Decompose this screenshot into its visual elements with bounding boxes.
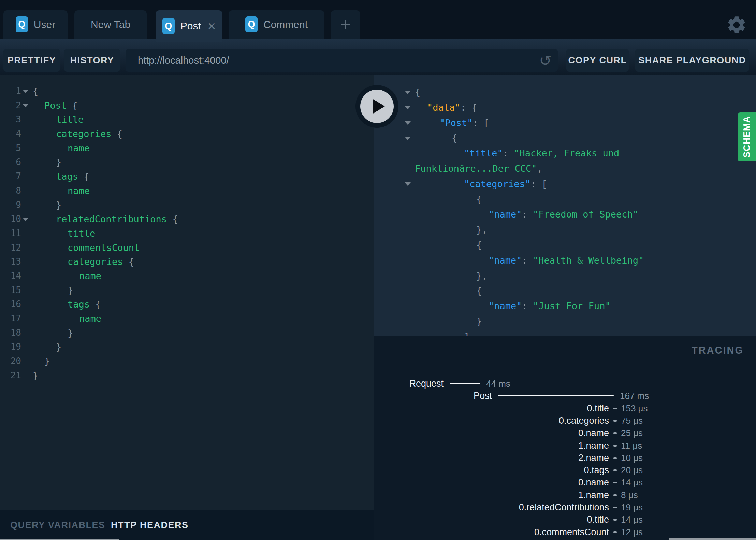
tracing-row-label: 0.relatedContributions	[519, 501, 609, 513]
share-playground-button[interactable]: SHARE PLAYGROUND	[635, 49, 749, 72]
query-badge: Q	[162, 18, 175, 34]
tab-post[interactable]: QPost×	[156, 10, 222, 42]
query-line: 12commentsCount	[0, 241, 374, 255]
query-line: 15}	[0, 283, 374, 298]
tab-comment[interactable]: QComment	[229, 10, 324, 39]
line-number: 12	[0, 241, 21, 255]
query-line: 1{	[0, 84, 374, 99]
query-line-text: commentsCount	[68, 241, 140, 255]
response-line-text: "name": "Health & Wellbeing"	[489, 253, 644, 268]
query-line-text: }	[56, 155, 61, 169]
response-line: "name": "Health & Wellbeing"	[374, 253, 756, 268]
line-number: 21	[0, 369, 21, 383]
response-line: ]	[374, 329, 756, 336]
copy-curl-button[interactable]: COPY CURL	[566, 49, 629, 72]
query-badge: Q	[16, 16, 28, 32]
query-line-text: }	[68, 326, 73, 340]
fold-arrow-icon[interactable]	[23, 90, 29, 93]
tracing-row: 0.title14 μs	[374, 513, 756, 526]
query-line: 17name	[0, 312, 374, 326]
response-line-text: {	[476, 283, 482, 299]
query-line-text: }	[44, 354, 50, 369]
tab-http-headers[interactable]: HTTP HEADERS	[111, 510, 189, 540]
close-tab-icon[interactable]: ×	[208, 21, 216, 31]
query-line-text: tags {	[68, 297, 101, 312]
query-line: 11title	[0, 226, 374, 241]
fold-arrow-icon[interactable]	[405, 91, 411, 94]
response-line: "categories": [	[374, 177, 756, 192]
tab-query-variables[interactable]: QUERY VARIABLES	[10, 510, 105, 540]
tab-new-tab[interactable]: New Tab	[74, 10, 147, 39]
response-line: "name": "Freedom of Speech"	[374, 207, 756, 222]
reload-schema-icon[interactable]: ↺	[539, 49, 552, 72]
fold-arrow-icon[interactable]	[405, 182, 411, 186]
query-line: 13categories {	[0, 255, 374, 269]
query-line: 21}	[0, 369, 374, 383]
query-line-text: categories {	[68, 255, 134, 269]
line-number: 7	[0, 169, 21, 184]
line-number: 8	[0, 184, 21, 198]
tracing-row-value: 167 ms	[620, 390, 649, 402]
tracing-row-label: 0.commentsCount	[534, 526, 609, 538]
execute-query-button[interactable]	[355, 85, 398, 128]
tracing-row: 0.name14 μs	[374, 476, 756, 489]
tracing-dash	[613, 507, 617, 508]
query-line-text: relatedContributions {	[56, 212, 178, 226]
response-line-text: }	[476, 314, 482, 329]
line-number: 16	[0, 297, 21, 312]
fold-arrow-icon[interactable]	[23, 104, 29, 107]
toolbar: PRETTIFY HISTORY http://localhost:4000/ …	[0, 39, 756, 75]
line-number: 4	[0, 127, 21, 141]
horizontal-scrollbar-right[interactable]	[669, 538, 756, 540]
tracing-dash	[613, 445, 617, 447]
new-tab-button[interactable]: +	[331, 10, 360, 39]
query-editor[interactable]: 1{2Post {3title4categories {5name6}7tags…	[0, 75, 374, 510]
query-line-text: {	[33, 84, 38, 99]
endpoint-url-input[interactable]: http://localhost:4000/ ↺	[126, 49, 558, 72]
tracing-row-value: 19 μs	[621, 501, 643, 513]
tracing-row-value: 14 μs	[621, 513, 643, 526]
tracing-row: 0.tags20 μs	[374, 464, 756, 476]
tab-label: User	[34, 19, 55, 30]
horizontal-scrollbar-left[interactable]	[0, 539, 119, 540]
plus-icon: +	[340, 14, 351, 35]
tracing-duration-bar	[498, 395, 614, 396]
tracing-row: 1.name8 μs	[374, 489, 756, 501]
line-number: 2	[0, 99, 21, 113]
tab-label: Post	[180, 20, 201, 32]
tracing-row-value: 20 μs	[621, 464, 643, 476]
tracing-panel: TRACING Request44 msPost167 ms0.title153…	[374, 336, 756, 540]
tracing-dash	[613, 519, 617, 521]
endpoint-url-value: http://localhost:4000/	[138, 55, 229, 66]
response-viewer[interactable]: {"data": {"Post": [{"title": "Hacker, Fr…	[374, 75, 756, 336]
tracing-row: 0.categories75 μs	[374, 415, 756, 427]
fold-arrow-icon[interactable]	[405, 121, 411, 125]
query-line: 19}	[0, 340, 374, 354]
tracing-row-label: 1.name	[578, 439, 609, 452]
settings-gear-icon[interactable]	[726, 14, 747, 35]
query-line-text: title	[68, 226, 95, 241]
tab-user[interactable]: QUser	[3, 10, 68, 39]
response-line: "data": {	[374, 100, 756, 116]
fold-arrow-icon[interactable]	[405, 137, 411, 140]
history-button[interactable]: HISTORY	[64, 49, 120, 72]
tracing-row: 2.name10 μs	[374, 452, 756, 464]
fold-arrow-icon[interactable]	[405, 106, 411, 109]
query-line: 18}	[0, 326, 374, 340]
schema-tab-label: SCHEMA	[742, 116, 752, 158]
line-number: 13	[0, 255, 21, 269]
tracing-dash	[613, 482, 617, 483]
tracing-row-label: 0.categories	[559, 415, 609, 427]
response-line-text: "name": "Just For Fun"	[489, 299, 611, 314]
query-line: 5name	[0, 141, 374, 155]
tracing-duration-bar	[450, 383, 480, 384]
fold-arrow-icon[interactable]	[23, 217, 29, 221]
schema-side-tab[interactable]: SCHEMA	[738, 112, 756, 161]
query-line: 16tags {	[0, 297, 374, 312]
prettify-button[interactable]: PRETTIFY	[3, 49, 60, 72]
line-number: 17	[0, 312, 21, 326]
line-number: 1	[0, 84, 21, 99]
response-line-text: {	[415, 85, 420, 100]
response-line: },	[374, 222, 756, 238]
tracing-dash	[613, 432, 617, 434]
